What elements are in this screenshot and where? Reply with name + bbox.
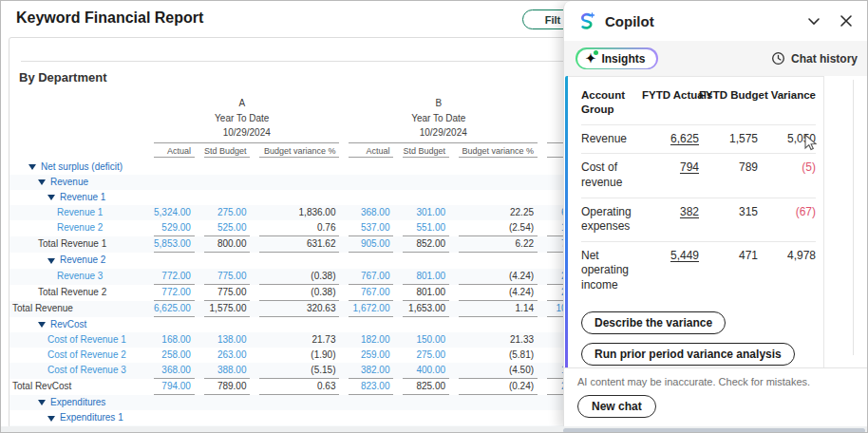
row-label[interactable]: Expenditures 1 [60, 412, 123, 423]
value-cell [204, 410, 251, 425]
suggestion-button[interactable]: Describe the variance [581, 311, 726, 334]
value-link[interactable]: 905.00 [349, 236, 393, 253]
value-link[interactable]: 275.00 [403, 348, 449, 363]
copilot-column-header: FYTD Actuals [642, 83, 699, 124]
value-link[interactable]: 5,853.00 [154, 236, 195, 253]
value-link[interactable]: 775.00 [204, 269, 251, 285]
value-cell: 800.00 [204, 236, 251, 253]
copilot-title: Copilot [605, 13, 654, 29]
row-label[interactable]: Revenue [50, 177, 88, 187]
copilot-column-header: FYTD Budget [699, 83, 758, 124]
horizontal-scrollbar[interactable] [1, 426, 868, 433]
value-link[interactable]: 400.00 [403, 363, 449, 379]
value-link[interactable]: 794.00 [154, 379, 195, 395]
collapse-triangle-icon[interactable] [47, 258, 55, 264]
row-label[interactable]: Expenditures [50, 397, 105, 407]
fytd-actuals-link[interactable]: 794 [680, 160, 699, 174]
row-label[interactable]: Net surplus (deficit) [41, 161, 123, 172]
value-link[interactable]: 823.00 [349, 379, 393, 395]
collapse-triangle-icon[interactable] [38, 322, 46, 328]
collapse-triangle-icon[interactable] [47, 195, 55, 200]
value-link[interactable]: 388.00 [204, 363, 251, 379]
value-link[interactable]: 258.00 [154, 348, 195, 363]
value-link[interactable]: 301.00 [403, 205, 449, 220]
value-link[interactable]: 168.00 [154, 332, 195, 348]
value-cell [403, 317, 449, 332]
scrollbar-thumb[interactable] [563, 428, 865, 433]
value-link[interactable]: 368.00 [154, 363, 195, 379]
value-cell [154, 395, 195, 410]
value-link[interactable]: 182.00 [349, 332, 393, 348]
value-cell [459, 175, 538, 190]
variance-cell: 4,978 [758, 241, 816, 299]
fytd-actuals-link[interactable]: 6,625 [670, 132, 699, 145]
insights-button[interactable]: ✦ Insights [576, 47, 658, 69]
value-link[interactable]: 772.00 [154, 285, 195, 301]
row-label[interactable]: RevCost [50, 319, 86, 329]
collapse-triangle-icon[interactable] [28, 164, 36, 170]
new-chat-button[interactable]: New chat [577, 395, 656, 418]
value-link[interactable]: 6,625.00 [154, 301, 195, 317]
vertical-scrollbar[interactable] [853, 80, 854, 355]
value-cell [403, 160, 449, 175]
value-link[interactable]: 368.00 [349, 205, 393, 220]
chat-history-button[interactable]: Chat history [771, 51, 858, 66]
row-label[interactable]: Cost of Revenue 3 [47, 365, 126, 375]
value-link[interactable]: 263.00 [204, 348, 251, 363]
fytd-budget-cell: 471 [699, 241, 758, 299]
value-link[interactable]: 150.00 [403, 332, 449, 348]
chevron-down-icon[interactable] [804, 11, 823, 30]
value-link[interactable]: 772.00 [154, 269, 195, 285]
collapse-triangle-icon[interactable] [38, 179, 46, 185]
collapse-triangle-icon[interactable] [38, 400, 46, 405]
value-link[interactable]: 138.00 [204, 332, 251, 348]
value-cell: 1,575.00 [204, 301, 251, 317]
row-label[interactable]: Cost of Revenue 2 [47, 349, 126, 360]
collapse-triangle-icon[interactable] [47, 416, 55, 422]
value-cell: 852.00 [403, 236, 449, 253]
value-link[interactable]: 801.00 [403, 269, 449, 285]
row-label[interactable]: Cost of Revenue 1 [47, 334, 126, 345]
value-cell: (4.24) [459, 285, 538, 301]
value-link[interactable]: 537.00 [349, 220, 393, 236]
value-link[interactable]: 525.00 [204, 220, 251, 236]
value-link[interactable]: 275.00 [204, 205, 251, 220]
value-cell [403, 190, 449, 205]
row-label[interactable]: Revenue 2 [57, 222, 103, 233]
fytd-actuals-link[interactable]: 5,449 [670, 249, 699, 262]
suggestion-button[interactable]: Run prior period variance analysis [581, 343, 795, 366]
insights-button-inner[interactable]: ✦ Insights [577, 49, 657, 68]
value-cell: 631.62 [259, 236, 339, 253]
fytd-actuals-link[interactable]: 382 [680, 205, 699, 218]
value-cell [459, 317, 538, 332]
value-link[interactable]: 382.00 [349, 363, 393, 379]
table-row: Cost of Revenue 1168.00138.0021.73182.00… [9, 332, 602, 348]
value-cell [403, 395, 449, 410]
value-cell [154, 160, 195, 175]
value-link[interactable]: 767.00 [349, 269, 393, 285]
value-cell [259, 395, 339, 410]
row-label[interactable]: Revenue 1 [57, 207, 103, 217]
value-link[interactable]: 551.00 [403, 220, 449, 236]
value-cell [259, 160, 339, 175]
value-cell [204, 160, 251, 175]
value-cell: (4.24) [459, 269, 538, 285]
copilot-column-header: Account Group [581, 83, 642, 124]
row-label[interactable]: Revenue 3 [57, 271, 103, 281]
value-cell [349, 395, 393, 410]
row-label[interactable]: Revenue 2 [60, 254, 105, 265]
value-cell: 1.14 [459, 301, 538, 317]
table-row: Cost of Revenue 3368.00388.00(5.15)382.0… [9, 363, 602, 379]
value-link[interactable]: 5,324.00 [154, 205, 195, 220]
value-link[interactable]: 529.00 [154, 220, 195, 236]
row-label[interactable]: Revenue 1 [60, 192, 105, 202]
value-cell: (5.81) [459, 348, 538, 363]
value-cell [349, 253, 393, 268]
value-cell [204, 253, 251, 268]
value-link[interactable]: 1,672.00 [349, 301, 393, 317]
value-link[interactable]: 259.00 [349, 348, 393, 363]
value-link[interactable]: 767.00 [349, 285, 393, 301]
account-group-label: Revenue [581, 124, 642, 154]
value-cell [459, 190, 538, 205]
close-icon[interactable] [837, 11, 856, 30]
